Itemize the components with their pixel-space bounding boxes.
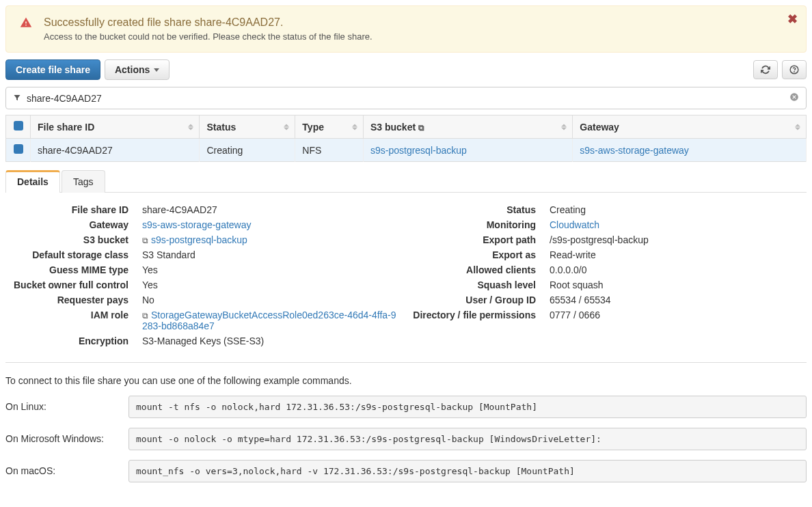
val-status: Creating	[550, 204, 807, 215]
alert-text: Access to the bucket could not be verifi…	[44, 31, 796, 42]
toolbar: Create file share Actions	[5, 59, 807, 80]
lbl-bucket-owner: Bucket owner full control	[5, 279, 142, 290]
lbl-gateway: Gateway	[5, 219, 142, 230]
svg-point-1	[794, 72, 795, 72]
filter-icon	[13, 93, 21, 104]
val-export-as: Read-write	[550, 249, 807, 260]
val-dir-perms: 0777 / 0666	[550, 310, 807, 320]
lbl-s3-bucket: S3 bucket	[5, 234, 142, 245]
lbl-requester-pays: Requester pays	[5, 294, 142, 305]
file-shares-table: File share ID Status Type S3 bucket⧉ Gat…	[5, 115, 807, 162]
val-storage-class: S3 Standard	[142, 249, 399, 260]
alert-banner: Successfully created file share share-4C…	[5, 5, 807, 53]
lbl-encryption: Encryption	[5, 335, 142, 346]
tab-tags[interactable]: Tags	[62, 170, 105, 193]
tab-details[interactable]: Details	[5, 170, 60, 193]
lbl-squash: Squash level	[413, 279, 550, 290]
lbl-iam-role: IAM role	[5, 310, 142, 331]
val-s3-bucket-link[interactable]: s9s-postgresql-backup	[151, 234, 247, 245]
lbl-file-share-id: File share ID	[5, 204, 142, 215]
val-user-group: 65534 / 65534	[550, 294, 807, 305]
checkbox-icon	[14, 121, 23, 131]
val-gateway-link[interactable]: s9s-aws-storage-gateway	[142, 219, 252, 230]
val-squash: Root squash	[550, 279, 807, 290]
details-panel: File share IDshare-4C9AAD27 Gateways9s-a…	[5, 202, 807, 348]
lbl-storage-class: Default storage class	[5, 249, 142, 260]
windows-command[interactable]: mount -o nolock -o mtype=hard 172.31.36.…	[128, 428, 807, 450]
help-button[interactable]	[782, 60, 807, 79]
tabs: Details Tags	[5, 170, 807, 193]
alert-title: Successfully created file share share-4C…	[44, 16, 796, 29]
close-icon[interactable]: ✖	[787, 12, 798, 27]
cell-type: NFS	[295, 139, 364, 162]
row-checkbox[interactable]	[14, 144, 23, 154]
table-row[interactable]: share-4C9AAD27 Creating NFS s9s-postgres…	[6, 139, 807, 162]
actions-label: Actions	[115, 64, 150, 75]
create-file-share-button[interactable]: Create file share	[5, 59, 100, 80]
refresh-button[interactable]	[753, 60, 778, 79]
connect-intro: To connect to this file share you can us…	[5, 375, 807, 386]
lbl-guess-mime: Guess MIME type	[5, 264, 142, 275]
lbl-monitoring: Monitoring	[413, 219, 550, 230]
val-monitoring-link[interactable]: Cloudwatch	[550, 219, 599, 230]
chevron-down-icon	[154, 68, 159, 72]
col-file-share-id[interactable]: File share ID	[31, 115, 200, 139]
val-guess-mime: Yes	[142, 264, 399, 275]
col-type[interactable]: Type	[295, 115, 364, 139]
col-status[interactable]: Status	[200, 115, 295, 139]
cell-id: share-4C9AAD27	[31, 139, 200, 162]
val-requester-pays: No	[142, 294, 399, 305]
macos-label: On macOS:	[5, 460, 122, 476]
val-file-share-id: share-4C9AAD27	[142, 204, 399, 215]
lbl-dir-perms: Directory / file permissions	[413, 310, 550, 320]
col-gateway[interactable]: Gateway	[573, 115, 807, 139]
external-link-icon: ⧉	[142, 311, 148, 320]
val-encryption: S3-Managed Keys (SSE-S3)	[142, 335, 399, 346]
cell-status: Creating	[200, 139, 295, 162]
divider	[5, 362, 807, 363]
warning-icon	[20, 16, 32, 32]
macos-command[interactable]: mount_nfs -o vers=3,nolock,hard -v 172.3…	[128, 460, 807, 482]
lbl-export-path: Export path	[413, 234, 550, 245]
linux-command[interactable]: mount -t nfs -o nolock,hard 172.31.36.53…	[128, 396, 807, 418]
actions-button[interactable]: Actions	[105, 59, 170, 80]
external-link-icon: ⧉	[142, 236, 148, 245]
select-all-header[interactable]	[6, 115, 31, 139]
val-bucket-owner: Yes	[142, 279, 399, 290]
clear-filter-icon[interactable]	[789, 92, 799, 104]
val-allowed-clients: 0.0.0.0/0	[550, 264, 807, 275]
filter-bar[interactable]: share-4C9AAD27	[5, 87, 807, 109]
lbl-status: Status	[413, 204, 550, 215]
external-link-icon: ⧉	[418, 123, 424, 133]
col-s3-bucket[interactable]: S3 bucket⧉	[363, 115, 572, 139]
cell-bucket-link[interactable]: s9s-postgresql-backup	[370, 145, 467, 156]
lbl-export-as: Export as	[413, 249, 550, 260]
windows-label: On Microsoft Windows:	[5, 428, 122, 444]
val-export-path: /s9s-postgresql-backup	[550, 234, 807, 245]
lbl-allowed-clients: Allowed clients	[413, 264, 550, 275]
linux-label: On Linux:	[5, 396, 122, 412]
filter-value: share-4C9AAD27	[27, 93, 784, 104]
val-iam-role-link[interactable]: StorageGatewayBucketAccessRole0ed263ce-4…	[142, 310, 396, 331]
lbl-user-group: User / Group ID	[413, 294, 550, 305]
cell-gateway-link[interactable]: s9s-aws-storage-gateway	[580, 145, 689, 156]
